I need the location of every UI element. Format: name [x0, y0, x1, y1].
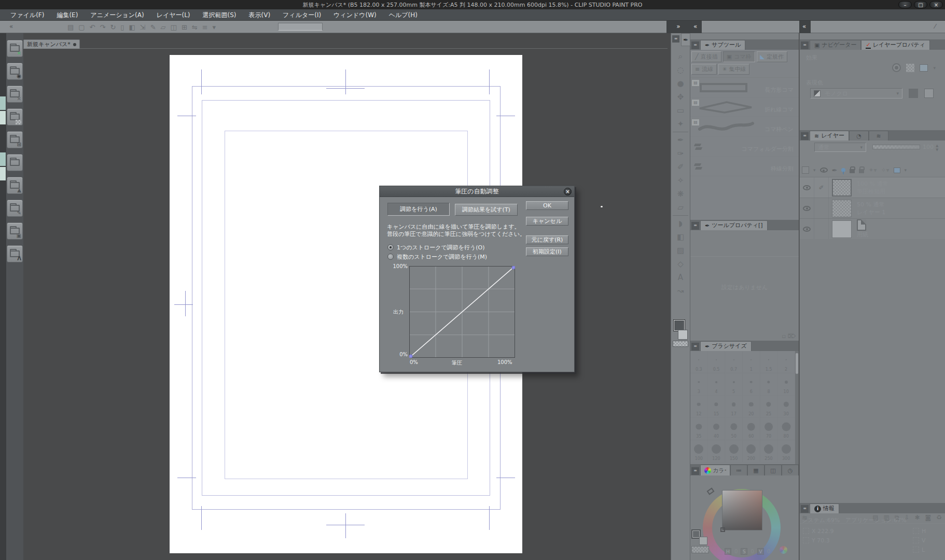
decoration-tool-icon[interactable]: ❋ [674, 187, 687, 201]
zoom-tool-icon[interactable]: ⌕ [674, 50, 687, 63]
undo-icon[interactable]: ↶ [90, 23, 95, 31]
maximize-button[interactable]: □ [914, 1, 927, 8]
brush-size-50[interactable]: 50 [725, 418, 743, 440]
figure-tool-icon[interactable]: ◇ [674, 257, 687, 271]
snap-icon[interactable]: ⊞ [182, 23, 187, 31]
defaults-button[interactable]: 初期設定(I) [526, 247, 568, 256]
brush-size-8[interactable]: 8 [760, 373, 778, 396]
subtool-category-3[interactable]: ≡流線 [691, 64, 717, 75]
show-all-eye-icon[interactable] [820, 167, 828, 173]
tool-folder-open[interactable] [7, 154, 23, 171]
tool-folder-3d[interactable]: ▣ [7, 222, 23, 240]
menu-item-4[interactable]: 選択範囲(S) [197, 9, 243, 21]
layer-visible-eye-icon[interactable] [803, 227, 811, 232]
line-correct-tool-icon[interactable]: ↝ [674, 284, 687, 298]
ink-icon[interactable]: ✒ [832, 166, 838, 174]
subtool-category-0[interactable]: ╱直接描 [691, 51, 721, 62]
opacity-slider[interactable] [872, 145, 920, 149]
subtool-item-4[interactable]: 枠線分割 [690, 157, 799, 176]
brush-size-40[interactable]: 40 [708, 418, 726, 440]
move-tool-icon[interactable]: ✥ [674, 90, 687, 104]
tab-info[interactable]: i 情報 [810, 503, 839, 513]
test-result-button[interactable]: 調節結果を試す(T) [455, 204, 518, 216]
brush-size-70[interactable]: 70 [760, 418, 778, 440]
clear-icon[interactable]: ▯ [120, 23, 124, 31]
new-canvas-icon[interactable]: ▢ [78, 23, 85, 31]
draw-black-toggle[interactable] [909, 89, 918, 98]
tool-folder-image[interactable]: ▲ [7, 177, 23, 194]
brush-size-20[interactable]: 20 [743, 396, 760, 418]
tool-folder-panel-layout[interactable]: ⊞ [7, 131, 23, 148]
brush-size-12[interactable]: 12 [690, 396, 708, 418]
brush-size-60[interactable]: 60 [743, 418, 760, 440]
hue-marker[interactable] [707, 487, 715, 495]
brush-size-300[interactable]: 300 [777, 440, 795, 463]
toolprop-footer-icons[interactable]: ▫ ⌦ [782, 333, 796, 340]
tool-folder-close-x[interactable]: ✕ [7, 40, 23, 57]
subtool-item-0[interactable]: ▤長方形コマ [690, 78, 799, 97]
panel-menu-icon[interactable]: ≡ [801, 505, 809, 513]
brush-size-120[interactable]: 120 [708, 440, 726, 463]
opacity-stepper[interactable]: ▲▼ [936, 144, 938, 152]
subtool-item-2[interactable]: ▤コマ枠ペン [690, 117, 799, 137]
tool-folder-figure[interactable]: Λ [7, 245, 23, 262]
single-stroke-radio[interactable] [387, 244, 394, 250]
pen-settings-icon[interactable]: ✎ [150, 23, 156, 31]
brush-size-6[interactable]: 6 [743, 373, 760, 396]
layer-visible-eye-icon[interactable] [803, 206, 811, 211]
layer-thumbnail[interactable] [832, 200, 852, 217]
subtool-category-1[interactable]: ▣コマ枠 [723, 51, 755, 62]
pin-icon[interactable] [841, 168, 845, 172]
tab-layer-search[interactable]: ≋ [869, 131, 888, 141]
dialog-close-button[interactable]: × [564, 188, 572, 195]
fill-icon[interactable]: ◧ [129, 23, 135, 31]
subtool-category-4[interactable]: ✳集中線 [718, 64, 749, 75]
tab-layer-comp[interactable]: ◔ [849, 131, 869, 141]
refresh-icon[interactable]: ↻ [110, 23, 116, 31]
redo-icon[interactable]: ↷ [100, 23, 106, 31]
brush-tool-icon[interactable]: ✐ [674, 160, 687, 174]
scale-rotate-icon[interactable]: ⇲ [140, 23, 146, 31]
ruler-range-icon[interactable]: ✧▾ [881, 166, 890, 174]
panel-menu-icon[interactable]: ≡ [691, 467, 699, 475]
tool-folder-tone[interactable] [7, 108, 23, 125]
chevron-down-icon[interactable]: ▾ [905, 167, 907, 173]
brush-size-5[interactable]: 5 [725, 373, 743, 396]
set-ruler-icon[interactable]: ✦▾ [868, 166, 877, 174]
brush-size-2[interactable]: 2 [777, 351, 795, 373]
lock-transparent-icon[interactable] [859, 169, 864, 173]
brush-size-0.5[interactable]: 0.5 [708, 351, 726, 373]
dock-collapse-mid-icon[interactable]: « [690, 21, 702, 33]
subtool-category-2[interactable]: ◣定規作 [757, 51, 787, 62]
revert-button[interactable]: 元に戻す(R) [526, 235, 568, 244]
pencil-tool-icon[interactable]: ✑ [674, 147, 687, 160]
gradient-tool-icon[interactable]: ▨ [674, 244, 687, 257]
expression-color-dropdown[interactable]: モノクロ ▾ [810, 88, 902, 99]
layer-row-1[interactable]: 50 % 通常レイヤー 1 [800, 198, 945, 219]
command-searchbox[interactable] [278, 23, 323, 31]
subtool-item-3[interactable]: コマフォルダー分割 [690, 137, 799, 157]
brush-size-4[interactable]: 4 [708, 373, 726, 396]
tab-navigator[interactable]: ▣ ナビゲーター [810, 40, 861, 50]
dock-collapse-left-icon[interactable]: « [9, 23, 13, 30]
layer-color-effect-icon[interactable] [920, 64, 928, 72]
menu-item-6[interactable]: フィルター(I) [276, 9, 327, 21]
text-tool-icon[interactable]: A [674, 271, 687, 284]
transparent-color-swatch[interactable] [673, 341, 688, 347]
panel-menu-icon[interactable]: ≡ [672, 35, 679, 43]
layer-row-0[interactable]: ✐100 % 通常筆圧検知用 [800, 177, 945, 198]
tab-subtool[interactable]: ✒ サブツール [700, 40, 745, 50]
brush-size-35[interactable]: 35 [690, 418, 708, 440]
tool-folder-edit[interactable]: ✎ [7, 200, 23, 217]
brush-size-0.7[interactable]: 0.7 [725, 351, 743, 373]
palette-color-square[interactable] [802, 166, 809, 174]
tab-color-wheel[interactable]: カラー [700, 465, 730, 475]
brush-size-25[interactable]: 25 [760, 396, 778, 418]
lock-icon[interactable] [850, 169, 855, 173]
tab-layer-property[interactable]: ✓ レイヤープロパティ [861, 40, 929, 50]
panel-menu-icon[interactable]: ≡ [801, 41, 809, 49]
layer-thumbnail[interactable] [832, 220, 852, 238]
sv-marker[interactable] [720, 527, 725, 532]
color-slider-tab[interactable]: ≔ [730, 465, 747, 475]
blend-mode-dropdown[interactable]: 通常 ▾ [814, 143, 866, 152]
